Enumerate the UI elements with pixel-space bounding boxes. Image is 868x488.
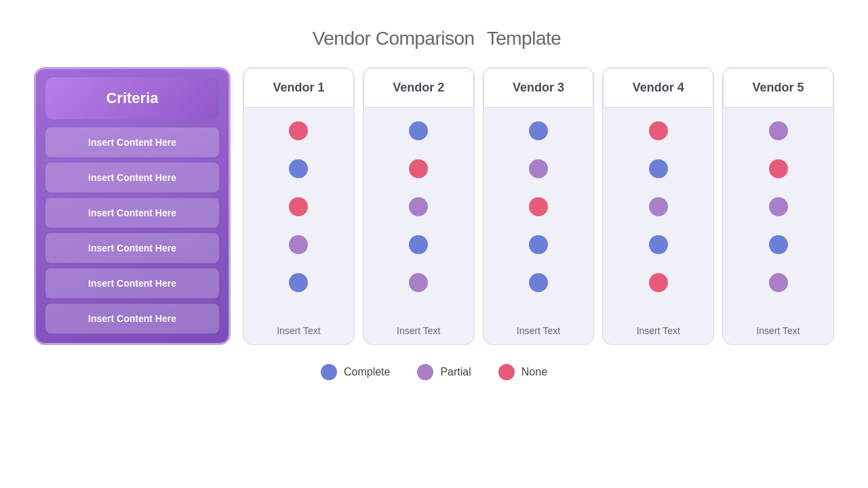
dot-row-4-2	[603, 150, 713, 188]
vendor-col-3: Vendor 3Insert Text	[483, 67, 595, 345]
criteria-item-3: Insert Content Here	[45, 198, 219, 228]
dot-complete-2-1	[409, 121, 428, 140]
vendor-footer-1: Insert Text	[274, 325, 323, 336]
dot-row-4-3	[603, 188, 713, 226]
vendor-dots-5	[723, 108, 833, 321]
criteria-column: Criteria Insert Content HereInsert Conte…	[34, 67, 231, 345]
dot-complete-3-1	[529, 121, 548, 140]
dot-partial-5-1	[769, 121, 788, 140]
vendor-col-1: Vendor 1Insert Text	[243, 67, 355, 345]
vendor-header-3: Vendor 3	[484, 68, 594, 108]
dot-partial-2-3	[409, 197, 428, 216]
dot-partial-5-3	[769, 197, 788, 216]
vendor-col-4: Vendor 4Insert Text	[602, 67, 714, 345]
vendor-footer-5: Insert Text	[753, 325, 802, 336]
page-title: Vendor Comparison Template	[307, 22, 561, 51]
legend-label-none: None	[521, 366, 547, 378]
dot-none-4-5	[649, 273, 668, 292]
legend-item-partial: Partial	[417, 364, 471, 380]
dot-none-2-2	[409, 159, 428, 178]
dot-partial-2-5	[409, 273, 428, 292]
dot-row-2-1	[363, 112, 474, 150]
dot-complete-4-2	[649, 159, 668, 178]
dot-row-5-3	[723, 188, 833, 226]
vendor-header-2: Vendor 2	[363, 68, 474, 108]
dot-row-4-4	[603, 226, 713, 264]
dot-row-5-1	[723, 112, 833, 150]
dot-partial-1-4	[289, 235, 308, 254]
dot-row-1-3	[243, 188, 354, 226]
dot-none-1-3	[289, 197, 308, 216]
dot-row-5-5	[723, 264, 833, 302]
dot-row-4-1	[603, 112, 713, 150]
criteria-header: Criteria	[45, 77, 219, 119]
title-main: Vendor Comparison	[313, 28, 475, 49]
vendor-footer-2: Insert Text	[394, 325, 443, 336]
criteria-item-1: Insert Content Here	[45, 127, 219, 157]
dot-complete-2-4	[409, 235, 428, 254]
vendor-col-5: Vendor 5Insert Text	[722, 67, 834, 345]
dot-none-4-1	[649, 121, 668, 140]
comparison-table: Criteria Insert Content HereInsert Conte…	[34, 67, 834, 345]
vendor-header-5: Vendor 5	[723, 68, 833, 108]
vendor-col-2: Vendor 2Insert Text	[363, 67, 475, 345]
dot-row-5-4	[723, 226, 833, 264]
dot-row-3-1	[484, 112, 594, 150]
dot-complete-5-4	[769, 235, 788, 254]
dot-partial-3-2	[529, 159, 548, 178]
dot-complete-3-5	[529, 273, 548, 292]
legend: CompletePartialNone	[321, 364, 547, 380]
dot-none-1-1	[289, 121, 308, 140]
legend-item-complete: Complete	[321, 364, 390, 380]
criteria-item-2: Insert Content Here	[45, 163, 219, 192]
vendor-header-1: Vendor 1	[243, 68, 354, 108]
dot-row-2-3	[363, 188, 474, 226]
legend-dot-partial	[417, 364, 433, 380]
dot-row-1-5	[243, 264, 354, 302]
dot-none-5-2	[769, 159, 788, 178]
dot-row-5-2	[723, 150, 833, 188]
dot-partial-5-5	[769, 273, 788, 292]
vendor-dots-4	[603, 108, 713, 321]
dot-complete-1-5	[289, 273, 308, 292]
legend-dot-none	[498, 364, 515, 380]
legend-label-partial: Partial	[440, 366, 471, 378]
dot-row-2-5	[363, 264, 474, 302]
dot-complete-1-2	[289, 159, 308, 178]
criteria-item-6: Insert Content Here	[45, 304, 219, 333]
dot-row-2-2	[363, 150, 474, 188]
legend-label-complete: Complete	[344, 366, 390, 378]
vendor-header-4: Vendor 4	[603, 68, 713, 108]
vendor-footer-3: Insert Text	[514, 325, 563, 336]
vendor-dots-2	[363, 108, 474, 321]
dot-row-1-2	[243, 150, 354, 188]
dot-row-1-1	[243, 112, 354, 150]
dot-none-3-3	[529, 197, 548, 216]
dot-row-3-5	[484, 264, 594, 302]
vendor-dots-3	[484, 108, 594, 321]
dot-complete-3-4	[529, 235, 548, 254]
criteria-item-4: Insert Content Here	[45, 233, 219, 263]
dot-row-3-2	[484, 150, 594, 188]
dot-row-1-4	[243, 226, 354, 264]
dot-row-3-3	[484, 188, 594, 226]
dot-row-2-4	[363, 226, 474, 264]
dot-partial-4-3	[649, 197, 668, 216]
legend-dot-complete	[321, 364, 337, 380]
dot-complete-4-4	[649, 235, 668, 254]
criteria-item-5: Insert Content Here	[45, 268, 219, 298]
dot-row-3-4	[484, 226, 594, 264]
dot-row-4-5	[603, 264, 713, 302]
legend-item-none: None	[498, 364, 547, 380]
title-sub: Template	[487, 28, 561, 49]
vendor-footer-4: Insert Text	[634, 325, 683, 336]
vendor-dots-1	[243, 108, 354, 321]
